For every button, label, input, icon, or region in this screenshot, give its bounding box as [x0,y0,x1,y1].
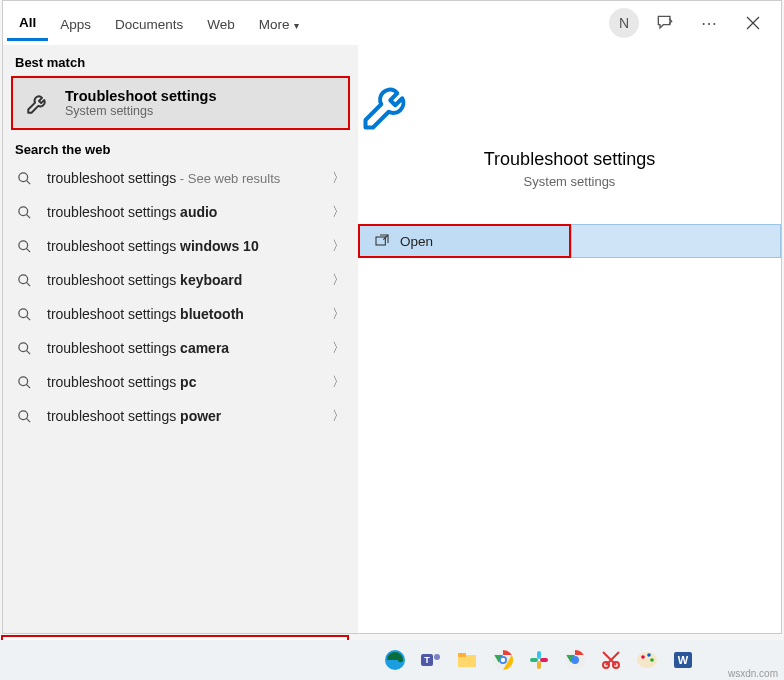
taskbar-teams-icon[interactable]: T [416,645,446,675]
watermark: wsxdn.com [728,668,778,679]
user-avatar[interactable]: N [609,8,639,38]
preview-subtitle: System settings [358,174,781,189]
svg-point-16 [19,410,28,419]
svg-line-5 [26,214,30,218]
header-right: N ⋯ [609,5,777,41]
search-icon [17,307,37,322]
chevron-right-icon: 〉 [328,169,348,187]
suggestion-list: troubleshoot settings - See web results〉… [3,161,358,433]
suggestion-item[interactable]: troubleshoot settings audio〉 [3,195,358,229]
feedback-icon[interactable] [647,5,683,41]
chevron-right-icon: 〉 [328,203,348,221]
svg-line-7 [26,248,30,252]
search-web-label: Search the web [3,132,358,161]
svg-rect-32 [537,661,541,669]
svg-point-8 [19,274,28,283]
tab-apps[interactable]: Apps [48,7,103,40]
search-icon [17,171,37,186]
chevron-right-icon: 〉 [328,407,348,425]
filter-tabs: All Apps Documents Web More▾ N ⋯ [3,1,781,45]
svg-line-9 [26,282,30,286]
content-area: Best match Troubleshoot settings System … [3,45,781,633]
preview-title: Troubleshoot settings [358,149,781,170]
open-button[interactable]: Open [358,224,571,258]
taskbar: T W [0,640,784,680]
svg-point-12 [19,342,28,351]
search-icon [17,341,37,356]
svg-rect-30 [537,651,541,659]
suggestion-item[interactable]: troubleshoot settings keyboard〉 [3,263,358,297]
taskbar-slack-icon[interactable] [524,645,554,675]
chevron-right-icon: 〉 [328,339,348,357]
tab-more-label: More [259,17,290,32]
taskbar-edge-icon[interactable] [380,645,410,675]
suggestion-text: troubleshoot settings - See web results [47,170,328,186]
suggestion-text: troubleshoot settings camera [47,340,328,356]
suggestion-text: troubleshoot settings windows 10 [47,238,328,254]
close-icon[interactable] [735,5,771,41]
chevron-right-icon: 〉 [328,237,348,255]
svg-point-35 [571,656,579,664]
suggestion-text: troubleshoot settings power [47,408,328,424]
action-secondary[interactable] [571,224,782,258]
suggestion-item[interactable]: troubleshoot settings camera〉 [3,331,358,365]
search-icon [17,375,37,390]
suggestion-text: troubleshoot settings keyboard [47,272,328,288]
taskbar-snip-icon[interactable] [596,645,626,675]
taskbar-explorer-icon[interactable] [452,645,482,675]
preview-panel: Troubleshoot settings System settings Op… [358,45,781,633]
search-icon [17,205,37,220]
chevron-right-icon: 〉 [328,373,348,391]
best-match-subtitle: System settings [65,104,216,118]
search-icon [17,239,37,254]
chevron-down-icon: ▾ [294,20,299,31]
suggestion-item[interactable]: troubleshoot settings - See web results〉 [3,161,358,195]
search-icon [17,273,37,288]
suggestion-item[interactable]: troubleshoot settings pc〉 [3,365,358,399]
svg-text:W: W [678,654,689,666]
svg-line-13 [26,350,30,354]
suggestion-item[interactable]: troubleshoot settings power〉 [3,399,358,433]
taskbar-paint-icon[interactable] [632,645,662,675]
wrench-large-icon [358,75,418,135]
svg-point-4 [19,206,28,215]
svg-line-15 [26,384,30,388]
svg-rect-31 [530,658,538,662]
tab-documents[interactable]: Documents [103,7,195,40]
tab-more[interactable]: More▾ [247,7,311,40]
best-match-result[interactable]: Troubleshoot settings System settings [11,76,350,130]
svg-rect-33 [540,658,548,662]
suggestion-text: troubleshoot settings audio [47,204,328,220]
svg-point-10 [19,308,28,317]
results-panel: Best match Troubleshoot settings System … [3,45,358,633]
suggestion-item[interactable]: troubleshoot settings bluetooth〉 [3,297,358,331]
tab-web[interactable]: Web [195,7,247,40]
search-window: All Apps Documents Web More▾ N ⋯ Best ma… [2,0,782,634]
suggestion-text: troubleshoot settings bluetooth [47,306,328,322]
best-match-text: Troubleshoot settings System settings [65,88,216,118]
wrench-icon [23,88,53,118]
svg-line-17 [26,418,30,422]
taskbar-word-icon[interactable]: W [668,645,698,675]
svg-point-41 [650,658,654,662]
svg-point-2 [19,172,28,181]
suggestion-text: troubleshoot settings pc [47,374,328,390]
search-icon [17,409,37,424]
svg-point-29 [501,658,505,662]
svg-line-3 [26,180,30,184]
more-options-icon[interactable]: ⋯ [691,5,727,41]
chevron-right-icon: 〉 [328,271,348,289]
svg-text:T: T [424,655,430,665]
action-row: Open [358,224,781,258]
taskbar-chrome2-icon[interactable] [560,645,590,675]
preview-hero: Troubleshoot settings System settings [358,45,781,204]
chevron-right-icon: 〉 [328,305,348,323]
open-label: Open [400,234,433,249]
taskbar-chrome-icon[interactable] [488,645,518,675]
svg-point-40 [647,653,651,657]
svg-rect-26 [458,653,466,657]
tab-all[interactable]: All [7,5,48,41]
suggestion-item[interactable]: troubleshoot settings windows 10〉 [3,229,358,263]
open-icon [374,233,390,249]
svg-point-39 [641,655,645,659]
